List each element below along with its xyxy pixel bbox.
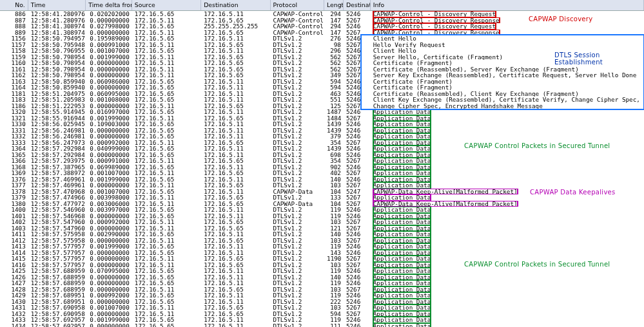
cell-delta: 0.000991000	[86, 158, 132, 164]
col-port[interactable]: Destination Port	[344, 0, 371, 10]
cell-length: 1439	[324, 127, 344, 134]
col-length[interactable]: Length	[324, 0, 344, 10]
packet-row[interactable]: 133112:58:56.2469810.000000000172.16.5.6…	[0, 127, 644, 134]
packet-row[interactable]: 141412:58:57.5779570.000000000172.16.5.6…	[0, 250, 644, 256]
packet-row[interactable]: 136512:58:57.2929840.000000000172.16.5.6…	[0, 152, 644, 158]
cell-proto: DTLSv1.2	[271, 299, 325, 305]
cell-dest: 172.16.5.65	[201, 311, 270, 317]
cell-info: Application Data	[371, 323, 644, 328]
packet-row[interactable]: 136612:58:57.2939750.000991000172.16.5.1…	[0, 158, 644, 164]
cell-dest: 172.16.5.65	[201, 17, 270, 24]
packet-row[interactable]: 137712:58:57.4699610.000000000172.16.5.1…	[0, 182, 644, 189]
packet-table-header[interactable]: No. Time Time delta from p… Source Desti…	[0, 0, 644, 11]
packet-row[interactable]: 143412:58:57.6929570.000000000172.16.5.6…	[0, 323, 644, 328]
cell-time: 12:58:56.246981	[28, 127, 86, 134]
cell-no: 1380	[0, 201, 28, 207]
cell-length: 1439	[324, 145, 344, 152]
cell-time: 12:58:57.546960	[28, 207, 86, 213]
cell-length: 551	[324, 97, 344, 103]
col-source[interactable]: Source	[132, 0, 201, 10]
cell-length: 1487	[324, 109, 344, 115]
cell-delta: 0.000000000	[86, 152, 132, 158]
cell-no: 1330	[0, 121, 28, 127]
packet-row[interactable]: 141212:58:57.5759580.000000000172.16.5.1…	[0, 238, 644, 244]
cell-dest: 172.16.5.65	[201, 286, 270, 293]
cell-length: 562	[324, 60, 344, 66]
cell-dest: 172.16.5.11	[201, 84, 270, 91]
col-delta[interactable]: Time delta from p…	[86, 0, 132, 10]
col-proto[interactable]: Protocol	[271, 0, 325, 10]
cell-length: 276	[324, 35, 344, 42]
packet-row[interactable]: 142612:58:57.6889590.000000000172.16.5.6…	[0, 274, 644, 281]
cell-port: 5246	[344, 280, 371, 286]
cell-time: 12:58:57.388972	[28, 170, 86, 176]
cell-dest: 172.16.5.11	[201, 152, 270, 158]
packet-row[interactable]: 143012:58:57.6899510.000000000172.16.5.6…	[0, 299, 644, 305]
cell-proto: DTLSv1.2	[271, 207, 325, 213]
cell-port: 5267	[344, 225, 371, 232]
cell-time: 12:58:57.546968	[28, 213, 86, 220]
packet-row[interactable]: 136912:58:57.3889720.001007000172.16.5.1…	[0, 170, 644, 176]
cell-no: 1162	[0, 72, 28, 79]
cell-length: 296	[324, 48, 344, 54]
packet-row[interactable]: 140212:58:57.5479600.000992000172.16.5.1…	[0, 219, 644, 225]
col-info[interactable]: Info	[371, 0, 644, 10]
col-dest[interactable]: Destination	[201, 0, 270, 10]
cell-proto: DTLSv1.2	[271, 35, 325, 42]
packet-row[interactable]: 133012:58:56.0259450.109003000172.16.5.6…	[0, 121, 644, 127]
cell-dest: 172.16.5.65	[201, 66, 270, 73]
cell-time: 12:58:56.025945	[28, 121, 86, 127]
packet-row[interactable]: 143212:58:57.6909580.000000000172.16.5.1…	[0, 311, 644, 317]
cell-port: 5267	[344, 194, 371, 201]
cell-info: Application Data	[371, 250, 644, 256]
cell-port: 5267	[344, 262, 371, 268]
cell-port: 5267	[344, 158, 371, 164]
packet-row[interactable]: 140312:58:57.5479600.000000000172.16.5.1…	[0, 225, 644, 232]
cell-delta: 0.002990000	[86, 231, 132, 238]
packet-row[interactable]: 141112:58:57.5759580.002990000172.16.5.6…	[0, 231, 644, 238]
cell-delta: 0.000000000	[86, 17, 132, 24]
cell-port: 5246	[344, 23, 371, 30]
packet-row[interactable]: 133212:58:56.2469810.000000000172.16.5.6…	[0, 133, 644, 140]
packet-row[interactable]: 141312:58:57.5779570.001999000172.16.5.6…	[0, 243, 644, 250]
cell-source: 172.16.5.65	[132, 48, 201, 54]
annotation-keepalive: CAPWAP Data Keepalives	[530, 189, 616, 196]
cell-info: Application Data	[371, 304, 644, 311]
packet-row[interactable]: 132112:58:55.9169440.001999000172.16.5.1…	[0, 115, 644, 122]
cell-length: 119	[324, 317, 344, 323]
packet-row[interactable]: 136812:58:57.3879650.069989000172.16.5.6…	[0, 164, 644, 171]
cell-no: 1427	[0, 280, 28, 286]
cell-dest: 172.16.5.11	[201, 213, 270, 220]
packet-row[interactable]: 142712:58:57.6889590.000000000172.16.5.6…	[0, 280, 644, 286]
cell-length: 698	[324, 152, 344, 158]
packet-row[interactable]: 143112:58:57.6909580.001007000172.16.5.1…	[0, 304, 644, 311]
cell-time: 12:58:57.292984	[28, 145, 86, 152]
cell-info: Application Data	[371, 311, 644, 317]
col-time[interactable]: Time	[28, 0, 86, 10]
cell-no: 1400	[0, 207, 28, 213]
cell-no: 1158	[0, 48, 28, 54]
packet-row[interactable]: 138012:58:57.4779720.003006000172.16.5.1…	[0, 201, 644, 207]
cell-length: 103	[324, 182, 344, 189]
cell-proto: CAPWAP-Control	[271, 30, 325, 36]
packet-row[interactable]: 140012:58:57.5469600.003997000172.16.5.6…	[0, 207, 644, 213]
cell-delta: 0.000000000	[86, 225, 132, 232]
cell-time: 12:58:41.280976	[28, 11, 86, 17]
cell-delta: 0.001999000	[86, 176, 132, 183]
packet-row[interactable]: 143312:58:57.6929570.001999000172.16.5.6…	[0, 317, 644, 323]
packet-row[interactable]: 137612:58:57.4699610.001999000172.16.5.6…	[0, 176, 644, 183]
cell-time: 12:58:50.794957	[28, 35, 86, 42]
packet-row[interactable]: 88812:58:41.3089740.027998000172.16.5.65…	[0, 23, 644, 30]
packet-row[interactable]: 140112:58:57.5469680.000000000172.16.5.6…	[0, 213, 644, 220]
cell-no: 1365	[0, 152, 28, 158]
cell-dest: 172.16.5.65	[201, 219, 270, 225]
cell-dest: 172.16.5.11	[201, 97, 270, 103]
packet-row[interactable]: 142512:58:57.6889590.070995000172.16.5.6…	[0, 268, 644, 274]
cell-dest: 172.16.5.11	[201, 250, 270, 256]
cell-dest: 172.16.5.65	[201, 158, 270, 164]
packet-row[interactable]: 142812:58:57.6889590.000000000172.16.5.1…	[0, 286, 644, 293]
cell-time: 12:58:57.688959	[28, 280, 86, 286]
packet-row[interactable]: 142912:58:57.6899510.000992000172.16.5.6…	[0, 292, 644, 299]
cell-length: 98	[324, 42, 344, 48]
col-no[interactable]: No.	[0, 0, 28, 10]
